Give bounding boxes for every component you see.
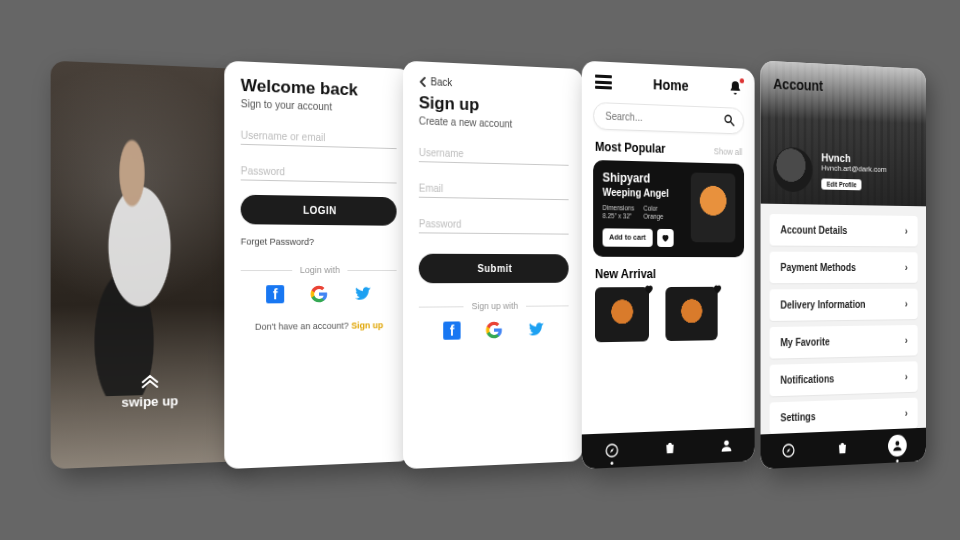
username-input[interactable] — [241, 123, 397, 149]
nav-shop[interactable] — [835, 440, 849, 457]
menu-item-notifications[interactable]: Notifications› — [770, 361, 918, 396]
compass-icon — [781, 442, 795, 459]
section-popular-title: Most Popular — [595, 140, 665, 156]
signup-username-input[interactable] — [419, 141, 569, 166]
nav-explore[interactable] — [604, 442, 619, 459]
chevron-right-icon: › — [905, 335, 908, 346]
swipe-up-label: swipe up — [121, 393, 178, 410]
section-arrival-title: New Arrival — [595, 267, 656, 281]
facebook-icon[interactable]: f — [443, 321, 460, 339]
screen-login: Welcome back Sign to your account LOGIN … — [224, 61, 411, 470]
screen-home: Home Most Popular Show all Shipyard Weep… — [582, 61, 755, 470]
chevron-right-icon: › — [905, 262, 908, 273]
nav-profile[interactable] — [888, 434, 907, 457]
swipe-up-prompt[interactable]: swipe up — [51, 370, 246, 413]
heart-icon — [661, 233, 670, 243]
chevron-right-icon: › — [905, 226, 908, 237]
bag-icon — [663, 440, 678, 457]
heart-icon[interactable] — [643, 283, 654, 295]
menu-item-account-details[interactable]: Account Details› — [770, 214, 918, 246]
menu-item-payment[interactable]: Payment Methods› — [770, 252, 918, 284]
menu-item-delivery[interactable]: Delivery Information› — [770, 289, 918, 321]
add-to-cart-button[interactable]: Add to cart — [603, 228, 653, 247]
screen-splash: swipe up — [51, 61, 246, 470]
facebook-icon[interactable]: f — [266, 285, 284, 303]
svg-line-1 — [731, 122, 734, 126]
bottom-nav — [761, 428, 926, 469]
product-image — [691, 172, 736, 242]
login-button[interactable]: LOGIN — [241, 195, 397, 226]
heart-icon[interactable] — [712, 282, 723, 294]
login-separator: Login with — [241, 265, 397, 275]
chevron-right-icon: › — [905, 371, 908, 382]
compass-icon — [604, 442, 619, 459]
submit-button[interactable]: Submit — [419, 254, 569, 284]
screen-signup: Back Sign up Create a new account Submit… — [403, 61, 583, 470]
product-subtitle: Weeping Angel — [603, 187, 684, 200]
page-title: Home — [653, 76, 688, 94]
signup-title: Sign up — [419, 93, 569, 119]
search-input[interactable] — [593, 102, 744, 135]
svg-point-5 — [896, 441, 900, 446]
chevron-left-icon — [419, 76, 427, 87]
signup-link[interactable]: Sign up — [351, 320, 383, 330]
avatar[interactable] — [773, 147, 812, 193]
notification-badge — [740, 78, 744, 83]
product-meta-dimensions: Dimensions8.25" x 32" — [603, 204, 635, 220]
arrival-item[interactable] — [595, 287, 649, 342]
google-icon[interactable] — [486, 321, 503, 339]
edit-profile-button[interactable]: Edit Profile — [821, 178, 861, 190]
chevron-right-icon: › — [905, 408, 908, 419]
forgot-password-link[interactable]: Forget Password? — [241, 236, 397, 247]
product-card[interactable]: Shipyard Weeping Angel Dimensions8.25" x… — [593, 160, 744, 257]
user-email: Hvnch.art@dark.com — [821, 163, 886, 174]
menu-item-favorite[interactable]: My Favorite› — [770, 325, 918, 359]
arrival-image — [595, 287, 649, 342]
arrival-image — [665, 286, 717, 340]
signup-password-input[interactable] — [419, 212, 569, 235]
bag-icon — [835, 440, 849, 457]
product-title: Shipyard — [603, 170, 684, 186]
nav-shop[interactable] — [663, 440, 678, 457]
show-all-link[interactable]: Show all — [714, 146, 742, 157]
favorite-button[interactable] — [657, 228, 673, 246]
arrival-item[interactable] — [665, 286, 717, 340]
notifications-icon[interactable] — [728, 80, 742, 96]
hero-image-skater — [61, 122, 215, 397]
page-title: Account — [773, 76, 914, 99]
signup-email-input[interactable] — [419, 176, 569, 200]
twitter-icon[interactable] — [527, 320, 546, 338]
bottom-nav — [582, 428, 755, 469]
signup-separator: Sign up with — [419, 300, 569, 311]
nav-explore[interactable] — [781, 442, 795, 459]
person-icon — [892, 438, 904, 452]
password-input[interactable] — [241, 159, 397, 183]
hamburger-menu-icon[interactable] — [595, 75, 612, 90]
search-icon[interactable] — [723, 113, 735, 127]
person-icon — [720, 437, 734, 453]
product-meta-color: ColorOrange — [643, 205, 663, 221]
google-icon[interactable] — [310, 285, 328, 303]
nav-profile[interactable] — [720, 437, 734, 453]
signup-prompt: Don't have an account? Sign up — [241, 320, 397, 332]
account-hero: Account Hvnch Hvnch.art@dark.com Edit Pr… — [761, 61, 926, 207]
back-button[interactable]: Back — [419, 76, 569, 93]
svg-point-3 — [724, 440, 729, 445]
chevron-right-icon: › — [905, 299, 908, 310]
twitter-icon[interactable] — [353, 285, 372, 303]
chevron-up-icon — [141, 372, 159, 388]
screen-account: Account Hvnch Hvnch.art@dark.com Edit Pr… — [761, 61, 926, 470]
